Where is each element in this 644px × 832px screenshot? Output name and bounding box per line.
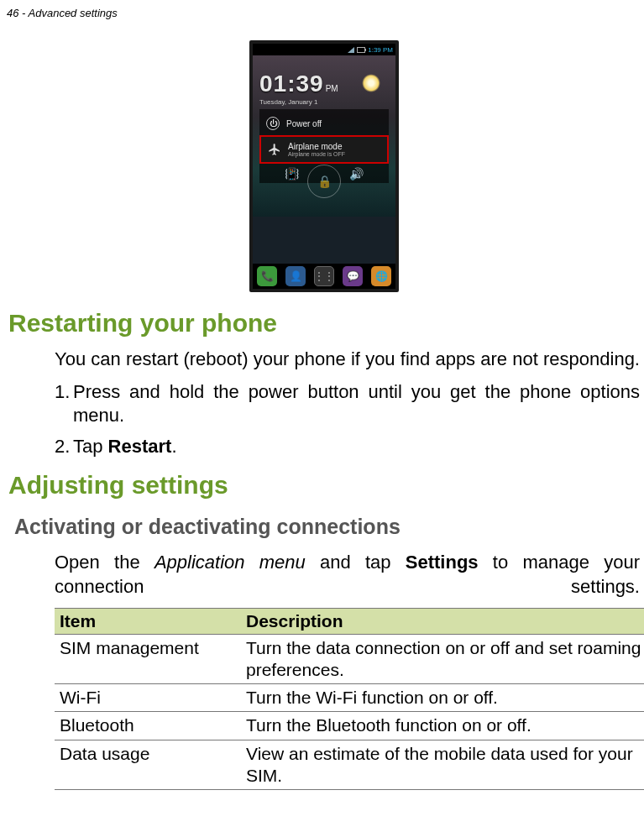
browser-app-icon[interactable]: 🌐 <box>371 266 391 286</box>
battery-icon <box>357 47 365 53</box>
step-1-text: Press and hold the power button until yo… <box>73 380 640 428</box>
table-header-row: Item Description <box>55 608 644 634</box>
step-1-number: 1. <box>55 380 70 405</box>
subheading-connections: Activating or deactivating connections <box>14 515 644 539</box>
cell-desc: Turn the Wi-Fi function on or off. <box>241 684 644 712</box>
power-off-label: Power off <box>286 119 322 128</box>
clock-date: Tuesday, January 1 <box>259 98 338 106</box>
weather-icon <box>362 74 380 92</box>
cell-item: Bluetooth <box>55 712 241 740</box>
th-item: Item <box>55 608 241 634</box>
lock-ring[interactable]: 🔒 <box>307 165 341 198</box>
heading-adjusting: Adjusting settings <box>8 471 644 500</box>
clock-widget: 01:39PM Tuesday, January 1 <box>259 71 338 106</box>
clock-ampm: PM <box>326 84 338 93</box>
table-row: Wi-Fi Turn the Wi-Fi function on or off. <box>55 684 644 712</box>
table-row: SIM management Turn the data connection … <box>55 634 644 684</box>
cell-item: Wi-Fi <box>55 684 241 712</box>
power-icon: ⏻ <box>266 117 280 130</box>
status-time: 1:39 PM <box>368 46 393 54</box>
messaging-app-icon[interactable]: 💬 <box>343 266 363 286</box>
step-1: 1. Press and hold the power button until… <box>55 380 640 428</box>
settings-table: Item Description SIM management Turn the… <box>55 608 644 791</box>
step-2-number: 2. <box>55 435 70 459</box>
cell-desc: Turn the data connection on or off and s… <box>241 634 644 684</box>
airplane-mode-item[interactable]: Airplane mode Airplane mode is OFF <box>259 135 389 164</box>
clock-time: 01:39 <box>259 71 324 97</box>
page-header: 46 - Advanced settings <box>0 0 644 19</box>
vibrate-icon[interactable]: 📳 <box>285 167 299 181</box>
airplane-label-wrap: Airplane mode Airplane mode is OFF <box>288 142 345 157</box>
apps-icon[interactable]: ⋮⋮ <box>314 266 334 286</box>
signal-icon <box>348 47 354 53</box>
table-row: Data usage View an estimate of the mobil… <box>55 740 644 790</box>
connections-intro: Open the Application menu and tap Settin… <box>55 551 640 599</box>
lockscreen: 01:39PM Tuesday, January 1 ⏻ Power off A… <box>253 55 395 217</box>
heading-restarting: Restarting your phone <box>8 309 644 338</box>
restarting-intro: You can restart (reboot) your phone if y… <box>55 348 640 372</box>
cell-desc: View an estimate of the mobile data used… <box>241 740 644 790</box>
phone-app-icon[interactable]: 📞 <box>257 266 277 286</box>
airplane-sub: Airplane mode is OFF <box>288 151 345 157</box>
phone-frame: 1:39 PM 01:39PM Tuesday, January 1 ⏻ Pow… <box>249 40 399 292</box>
status-bar: 1:39 PM <box>253 44 395 55</box>
airplane-label: Airplane mode <box>288 142 342 151</box>
table-row: Bluetooth Turn the Bluetooth function on… <box>55 712 644 740</box>
th-description: Description <box>241 608 644 634</box>
step-2: 2. Tap Restart. <box>55 435 640 459</box>
cell-desc: Turn the Bluetooth function on or off. <box>241 712 644 740</box>
phone-screenshot: 1:39 PM 01:39PM Tuesday, January 1 ⏻ Pow… <box>4 40 644 292</box>
dock: 📞 👤 ⋮⋮ 💬 🌐 <box>253 264 395 289</box>
cell-item: Data usage <box>55 740 241 790</box>
sound-icon[interactable]: 🔊 <box>349 167 364 181</box>
cell-item: SIM management <box>55 634 241 684</box>
power-off-item[interactable]: ⏻ Power off <box>259 112 389 135</box>
contacts-app-icon[interactable]: 👤 <box>285 266 306 286</box>
step-2-text: Tap Restart. <box>73 436 177 457</box>
airplane-icon <box>268 143 281 156</box>
